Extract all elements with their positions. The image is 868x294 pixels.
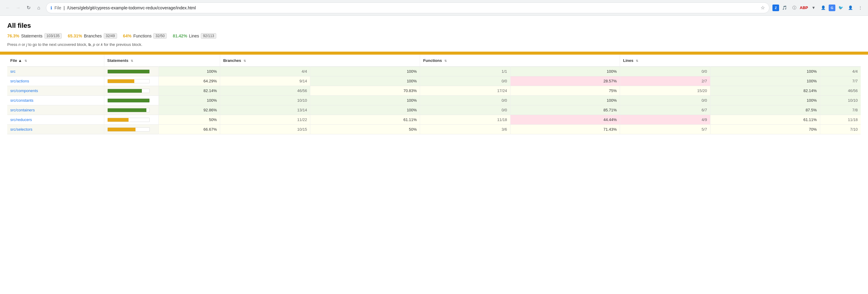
extension-adblock[interactable]: ABP	[800, 4, 808, 12]
cell-pct: 75%	[510, 86, 620, 96]
cell-pct: 61.11%	[710, 115, 820, 125]
cell-bar	[104, 76, 158, 86]
cell-frac: 0/0	[420, 105, 510, 115]
file-link[interactable]: src	[10, 69, 16, 74]
forward-button[interactable]: →	[14, 4, 22, 12]
cell-pct: 28.57%	[510, 76, 620, 86]
extension-music[interactable]: 🎵	[780, 4, 789, 12]
cell-frac: 13/14	[220, 105, 310, 115]
col-header-functions[interactable]: Functions ⇅	[420, 54, 620, 67]
progress-bar-fill	[108, 108, 146, 112]
cell-frac: 4/9	[620, 115, 710, 125]
table-row: src/containers 92.86%13/14100%0/085.71%6…	[7, 105, 861, 115]
file-link[interactable]: src/reducers	[10, 117, 32, 122]
coverage-table: File ▲ ⇅ Statements ⇅ Branches ⇅ Functio…	[7, 54, 861, 134]
page-title: All files	[7, 22, 861, 30]
branches-pct: 65.31%	[68, 34, 82, 38]
functions-label: Functions	[133, 34, 152, 38]
table-row: src/selectors 66.67%10/1550%3/671.43%5/7…	[7, 125, 861, 134]
cell-file: src	[7, 67, 104, 76]
functions-pct: 64%	[123, 34, 131, 38]
summary-bar: 76.3% Statements 103/135 65.31% Branches…	[7, 33, 861, 39]
extension-google[interactable]: G	[829, 4, 835, 11]
file-link[interactable]: src/actions	[10, 79, 29, 83]
progress-bar	[107, 99, 150, 103]
summary-statements: 76.3% Statements 103/135	[7, 33, 62, 39]
cell-frac: 6/7	[620, 105, 710, 115]
bookmark-icon[interactable]: ☆	[761, 5, 765, 10]
cell-pct: 64.29%	[158, 76, 220, 86]
table-container: File ▲ ⇅ Statements ⇅ Branches ⇅ Functio…	[0, 54, 868, 134]
cell-frac: 7/8	[820, 105, 861, 115]
cell-frac: 15/20	[620, 86, 710, 96]
cell-pct: 100%	[710, 67, 820, 76]
extension-user1[interactable]: 👤	[819, 4, 828, 12]
branches-badge: 32/49	[104, 33, 117, 39]
cell-frac: 0/0	[420, 96, 510, 105]
cell-frac: 7/7	[820, 76, 861, 86]
cell-pct: 100%	[310, 76, 420, 86]
cell-pct: 71.43%	[510, 125, 620, 134]
progress-bar-fill	[108, 128, 135, 131]
lines-label: Lines	[189, 34, 199, 38]
cell-frac: 0/0	[620, 67, 710, 76]
cell-frac: 17/24	[420, 86, 510, 96]
header-row: File ▲ ⇅ Statements ⇅ Branches ⇅ Functio…	[7, 54, 861, 67]
cell-frac: 9/14	[220, 76, 310, 86]
progress-bar	[107, 118, 150, 122]
cell-file: src/actions	[7, 76, 104, 86]
cell-bar	[104, 105, 158, 115]
cell-frac: 46/56	[820, 86, 861, 96]
cell-pct: 100%	[158, 96, 220, 105]
cell-frac: 4/4	[820, 67, 861, 76]
statements-badge: 103/135	[44, 33, 62, 39]
file-link[interactable]: src/selectors	[10, 127, 32, 132]
cell-frac: 1/1	[420, 67, 510, 76]
col-header-lines[interactable]: Lines ⇅	[620, 54, 820, 67]
home-button[interactable]: ⌂	[34, 4, 43, 12]
address-path: /Users/gleb/git/cypress-example-todomvc-…	[67, 5, 196, 10]
menu-button[interactable]: ⋮	[856, 4, 864, 12]
nav-buttons: ← → ↻ ⌂	[4, 4, 43, 12]
cell-frac: 4/4	[220, 67, 310, 76]
extension-down[interactable]: ▼	[809, 4, 818, 12]
summary-functions: 64% Functions 32/50	[123, 33, 167, 39]
cell-frac: 3/6	[420, 125, 510, 134]
col-header-file[interactable]: File ▲ ⇅	[7, 54, 104, 67]
extension-z[interactable]: Z	[772, 4, 779, 11]
cell-bar	[104, 67, 158, 76]
cell-pct: 92.86%	[158, 105, 220, 115]
cell-pct: 100%	[510, 67, 620, 76]
cell-pct: 70%	[710, 125, 820, 134]
table-header: File ▲ ⇅ Statements ⇅ Branches ⇅ Functio…	[7, 54, 861, 67]
address-text: File | /Users/gleb/git/cypress-example-t…	[55, 5, 758, 10]
cell-pct: 66.67%	[158, 125, 220, 134]
file-link[interactable]: src/components	[10, 88, 38, 93]
statements-label: Statements	[21, 34, 43, 38]
col-header-branches[interactable]: Branches ⇅	[220, 54, 420, 67]
file-link[interactable]: src/constants	[10, 98, 34, 103]
cell-pct: 50%	[158, 115, 220, 125]
cell-pct: 85.71%	[510, 105, 620, 115]
col-header-statements[interactable]: Statements ⇅	[104, 54, 220, 67]
cell-pct: 82.14%	[710, 86, 820, 96]
yellow-divider	[0, 51, 868, 54]
cell-frac: 46/56	[220, 86, 310, 96]
cell-file: src/containers	[7, 105, 104, 115]
back-button[interactable]: ←	[4, 4, 12, 12]
reload-button[interactable]: ↻	[24, 4, 33, 12]
browser-chrome: ← → ↻ ⌂ ℹ File | /Users/gleb/git/cypress…	[0, 0, 868, 16]
profile-avatar[interactable]: 👤	[846, 4, 855, 12]
cell-pct: 82.14%	[158, 86, 220, 96]
progress-bar	[107, 79, 150, 83]
extension-info[interactable]: ⓘ	[790, 4, 799, 12]
table-row: src/constants 100%10/10100%0/0100%0/0100…	[7, 96, 861, 105]
hint-text: Press n or j to go to the next uncovered…	[7, 42, 861, 47]
address-bar[interactable]: ℹ File | /Users/gleb/git/cypress-example…	[46, 2, 769, 13]
cell-bar	[104, 115, 158, 125]
cell-bar	[104, 125, 158, 134]
table-body: src 100%4/4100%1/1100%0/0100%4/4 src/act…	[7, 67, 861, 134]
extension-bird[interactable]: 🐦	[837, 4, 845, 12]
file-link[interactable]: src/containers	[10, 108, 35, 112]
summary-lines: 81.42% Lines 92/113	[173, 33, 216, 39]
